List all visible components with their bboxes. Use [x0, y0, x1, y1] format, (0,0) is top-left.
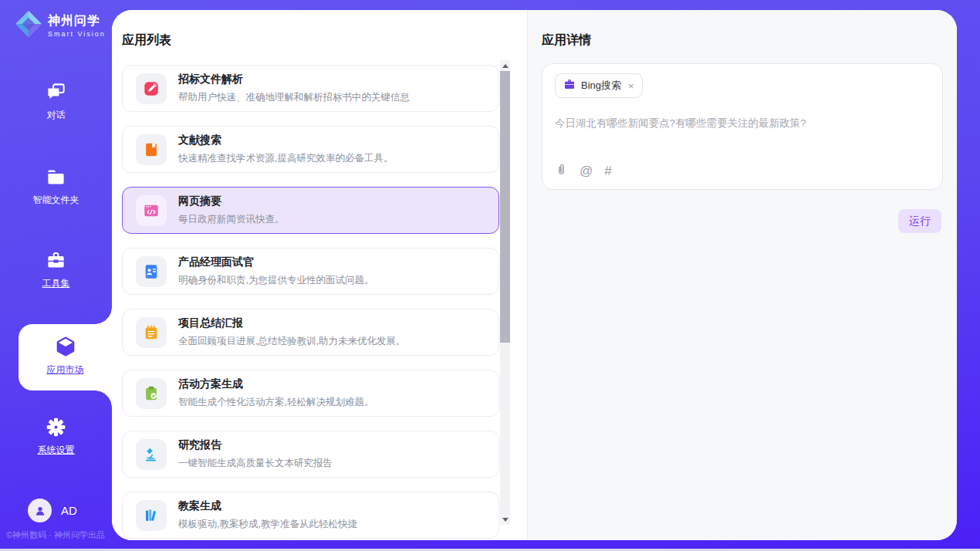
user-account[interactable]: AD	[28, 499, 77, 522]
app-list-panel: 应用列表 招标文件解析 帮助用户快速、准确地理解和解析招标书中的关键信息	[112, 10, 527, 540]
paperclip-icon[interactable]	[555, 162, 568, 180]
app-detail-panel: 应用详情 Bing搜索 × 今日湖北有哪些新闻要点?有哪些需要关注的最新政策?	[527, 10, 957, 540]
app-card-project-summary[interactable]: 项目总结汇报 全面回顾项目进展,总结经验教训,助力未来优化发展。	[122, 309, 499, 356]
triangle-up-icon	[502, 64, 509, 68]
prompt-composer[interactable]: Bing搜索 × 今日湖北有哪些新闻要点?有哪些需要关注的最新政策? @ #	[542, 63, 943, 190]
app-card-desc: 每日政府新闻资讯快查。	[178, 213, 285, 226]
tool-chip-label: Bing搜索	[581, 79, 621, 93]
app-card-event-plan[interactable]: 活动方案生成 智能生成个性化活动方案,轻松解决规划难题。	[122, 370, 499, 417]
app-card-title: 研究报告	[178, 438, 333, 452]
tool-chip-bing-search[interactable]: Bing搜索 ×	[555, 73, 643, 98]
app-list-title: 应用列表	[122, 32, 171, 49]
avatar	[28, 499, 52, 522]
sidebar-item-toolset[interactable]: 工具集	[0, 248, 112, 290]
app-detail-title: 应用详情	[542, 32, 591, 49]
book-icon	[136, 134, 167, 165]
scrollbar[interactable]	[500, 60, 510, 525]
brand-logo-icon	[13, 8, 44, 42]
sidebar-item-smart-folder[interactable]: 智能文件夹	[0, 165, 112, 207]
app-card-desc: 全面回顾项目进展,总结经验教训,助力未来优化发展。	[178, 335, 405, 348]
mention-icon[interactable]: @	[580, 164, 593, 177]
app-card-desc: 模板驱动,教案秒成,教学准备从此轻松快捷	[178, 518, 357, 531]
app-card-desc: 快速精准查找学术资源,提高研究效率的必备工具。	[178, 152, 393, 165]
sidebar: 神州问学 Smart Vision 对话 智能文件夹	[0, 0, 112, 549]
app-card-desc: 一键智能生成高质量长文本研究报告	[178, 457, 333, 470]
hash-icon[interactable]: #	[604, 164, 611, 177]
app-card-pm-interviewer[interactable]: 产品经理面试官 明确身份和职责,为您提供专业性的面试问题。	[122, 248, 499, 295]
brand-subtitle: Smart Vision	[48, 30, 106, 38]
sidebar-footer: ©神州数码 · 神州问学出品	[6, 529, 105, 541]
run-button[interactable]: 运行	[898, 209, 941, 233]
app-card-list: 招标文件解析 帮助用户快速、准确地理解和解析招标书中的关键信息 文献搜索 快速精…	[122, 65, 499, 540]
clipboard-check-icon	[136, 378, 167, 409]
sidebar-item-label: 应用市场	[19, 363, 112, 377]
browser-code-icon	[136, 195, 167, 226]
app-card-lesson-plan[interactable]: 教案生成 模板驱动,教案秒成,教学准备从此轻松快捷	[122, 492, 499, 539]
scroll-down-button[interactable]	[500, 514, 510, 525]
brand-name: 神州问学	[48, 13, 106, 29]
chat-icon	[0, 80, 112, 103]
app-card-title: 产品经理面试官	[178, 255, 373, 269]
sidebar-item-label: 智能文件夹	[0, 194, 112, 207]
app-window: 神州问学 Smart Vision 对话 智能文件夹	[0, 0, 980, 551]
microscope-icon	[136, 439, 167, 470]
folder-icon	[0, 165, 112, 188]
app-card-research-report[interactable]: 研究报告 一键智能生成高质量长文本研究报告	[122, 431, 499, 478]
briefcase-icon	[563, 78, 576, 93]
sidebar-item-app-market[interactable]: 应用市场	[19, 324, 112, 390]
gear-icon	[0, 415, 112, 438]
user-initials: AD	[61, 504, 77, 517]
app-card-literature-search[interactable]: 文献搜索 快速精准查找学术资源,提高研究效率的必备工具。	[122, 126, 499, 173]
sidebar-item-label: 系统设置	[0, 444, 112, 457]
app-card-title: 网页摘要	[178, 194, 285, 208]
app-card-title: 文献搜索	[178, 134, 393, 147]
app-card-desc: 明确身份和职责,为您提供专业性的面试问题。	[178, 274, 373, 287]
notepad-icon	[136, 317, 167, 348]
app-card-title: 招标文件解析	[178, 73, 410, 86]
sidebar-item-settings[interactable]: 系统设置	[0, 415, 112, 457]
cube-icon	[19, 335, 112, 358]
composer-toolbar: @ #	[555, 161, 612, 180]
app-card-desc: 智能生成个性化活动方案,轻松解决规划难题。	[178, 396, 373, 409]
sidebar-item-label: 工具集	[0, 277, 112, 290]
close-icon[interactable]: ×	[628, 80, 634, 92]
sidebar-item-chat[interactable]: 对话	[0, 80, 112, 122]
sidebar-item-label: 对话	[0, 109, 112, 122]
brand: 神州问学 Smart Vision	[13, 8, 106, 42]
interviewer-doc-icon	[136, 256, 167, 287]
app-card-title: 项目总结汇报	[178, 316, 405, 330]
app-card-title: 活动方案生成	[178, 377, 373, 391]
scroll-up-button[interactable]	[500, 60, 510, 71]
content-container: 应用列表 招标文件解析 帮助用户快速、准确地理解和解析招标书中的关键信息	[112, 10, 957, 540]
app-card-bid-parse[interactable]: 招标文件解析 帮助用户快速、准确地理解和解析招标书中的关键信息	[122, 65, 499, 112]
app-card-web-summary[interactable]: 网页摘要 每日政府新闻资讯快查。	[122, 187, 499, 234]
app-card-title: 教案生成	[178, 499, 357, 513]
prompt-input[interactable]: 今日湖北有哪些新闻要点?有哪些需要关注的最新政策?	[555, 117, 930, 130]
toolbox-icon	[0, 248, 112, 272]
books-icon	[136, 500, 167, 531]
scrollbar-thumb[interactable]	[500, 71, 510, 343]
pencil-square-icon	[136, 73, 167, 104]
triangle-down-icon	[502, 518, 509, 522]
app-card-desc: 帮助用户快速、准确地理解和解析招标书中的关键信息	[178, 91, 410, 104]
